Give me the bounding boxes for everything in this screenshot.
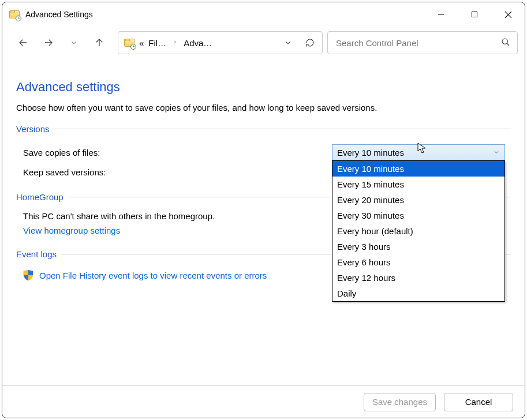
save-copies-dropdown[interactable]: Every 10 minutes Every 10 minutesEvery 1…	[332, 144, 505, 160]
versions-section-label: Versions	[16, 124, 50, 134]
dropdown-option[interactable]: Every 30 minutes	[332, 208, 504, 223]
address-folder-icon	[124, 38, 134, 48]
up-button[interactable]	[89, 32, 110, 53]
homegroup-settings-link[interactable]: View homegroup settings	[16, 223, 120, 238]
close-button[interactable]	[491, 2, 525, 27]
breadcrumb-segment-1[interactable]: Fil…	[148, 38, 166, 48]
breadcrumb-prefix: «	[139, 38, 144, 48]
maximize-button[interactable]	[458, 2, 491, 27]
search-icon[interactable]	[501, 38, 510, 48]
search-box[interactable]	[327, 31, 518, 54]
cancel-button[interactable]: Cancel	[444, 393, 513, 411]
keep-versions-label: Keep saved versions:	[23, 167, 332, 177]
dropdown-list[interactable]: Every 10 minutesEvery 15 minutesEvery 20…	[332, 160, 505, 302]
svg-rect-1	[472, 12, 477, 17]
dropdown-option[interactable]: Every 15 minutes	[332, 177, 504, 192]
refresh-button[interactable]	[301, 34, 319, 51]
dropdown-option[interactable]: Every 10 minutes	[332, 161, 504, 177]
save-changes-button[interactable]: Save changes	[364, 393, 436, 411]
dropdown-option[interactable]: Daily	[332, 286, 504, 301]
homegroup-section-label: HomeGroup	[16, 192, 63, 202]
search-input[interactable]	[335, 38, 501, 48]
back-button[interactable]	[13, 32, 33, 53]
svg-line-8	[507, 43, 509, 46]
app-folder-icon	[9, 9, 20, 20]
svg-point-7	[502, 39, 507, 44]
titlebar: Advanced Settings	[2, 2, 525, 27]
cursor-icon	[417, 142, 427, 154]
forward-button[interactable]	[38, 32, 59, 53]
window-controls	[424, 2, 525, 27]
chevron-right-icon[interactable]	[171, 39, 179, 47]
nav-buttons	[13, 32, 113, 53]
window-title: Advanced Settings	[25, 10, 93, 19]
page-title: Advanced settings	[16, 80, 511, 95]
dropdown-option[interactable]: Every hour (default)	[332, 223, 504, 239]
dropdown-option[interactable]: Every 3 hours	[332, 239, 504, 254]
recent-locations-button[interactable]	[63, 32, 84, 53]
dropdown-selected-text: Every 10 minutes	[337, 148, 404, 158]
address-dropdown-button[interactable]	[279, 34, 297, 51]
chevron-down-icon	[493, 148, 500, 158]
dropdown-option[interactable]: Every 20 minutes	[332, 192, 504, 208]
dropdown-option[interactable]: Every 12 hours	[332, 270, 504, 286]
divider	[55, 129, 511, 129]
page-subtitle: Choose how often you want to save copies…	[16, 103, 511, 112]
content-area: Advanced settings Choose how often you w…	[2, 63, 525, 385]
shield-icon	[23, 269, 33, 281]
eventlogs-section-label: Event logs	[16, 249, 57, 259]
minimize-button[interactable]	[424, 2, 458, 27]
address-bar[interactable]: « Fil… Adva…	[118, 31, 323, 54]
footer: Save changes Cancel	[2, 385, 525, 418]
eventlogs-link[interactable]: Open File History event logs to view rec…	[39, 271, 267, 280]
toolbar: « Fil… Adva…	[2, 27, 525, 63]
versions-section: Versions Save copies of files: Every 10 …	[16, 124, 511, 181]
save-copies-label: Save copies of files:	[23, 148, 332, 158]
window-frame: Advanced Settings	[2, 2, 525, 418]
breadcrumb-segment-2[interactable]: Adva…	[184, 38, 212, 48]
dropdown-option[interactable]: Every 6 hours	[332, 254, 504, 270]
